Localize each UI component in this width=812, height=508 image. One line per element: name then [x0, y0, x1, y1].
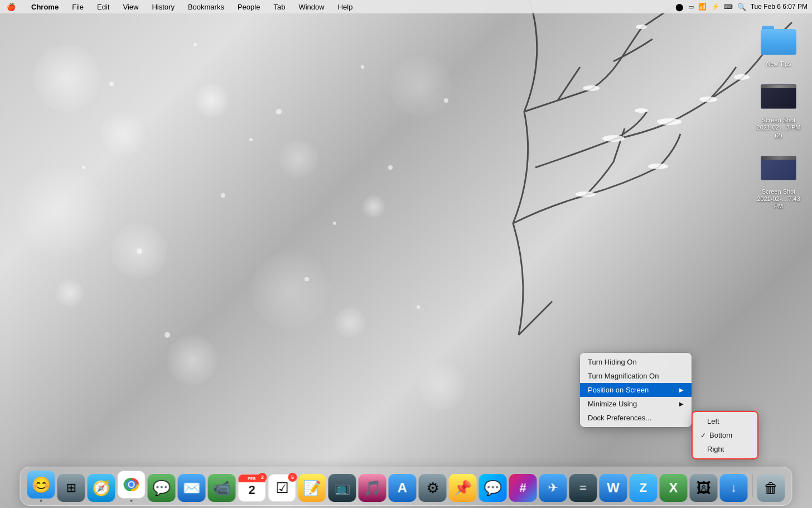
keyboard-icon[interactable]: ⌨ — [724, 3, 733, 11]
desktop-icons: New Tips Screen Shot 2021-02-...3 PM (2)… — [756, 22, 801, 210]
notes-icon: 📝 — [298, 474, 326, 502]
wifi-icon[interactable]: 📶 — [698, 3, 707, 11]
svg-point-4 — [636, 25, 647, 29]
svg-point-25 — [129, 482, 134, 487]
downie-icon: ↓ — [720, 474, 748, 502]
trash-icon: 🗑 — [757, 474, 785, 502]
menubar-right: ⬤ ▭ 📶 ⚡ ⌨ 🔍 Tue Feb 6 6:07 PM — [675, 3, 808, 11]
menu-view[interactable]: View — [120, 3, 141, 11]
folder-icon — [761, 22, 796, 58]
dock-item-mail[interactable]: ✉️ — [178, 474, 206, 502]
dock-item-launchpad[interactable]: ⊞ — [57, 474, 85, 502]
dock-item-calculator[interactable]: = — [569, 474, 597, 502]
dock-item-appstore[interactable]: A — [389, 474, 417, 502]
launchpad-icon: ⊞ — [57, 474, 85, 502]
dock-separator — [752, 475, 753, 497]
dock-item-zoom[interactable]: Z — [630, 474, 658, 502]
calendar-icon: FEB 2 2 — [238, 474, 266, 502]
dock-item-slack[interactable]: # — [509, 474, 537, 502]
menu-history[interactable]: History — [149, 3, 176, 11]
svg-point-22 — [417, 305, 420, 309]
svg-point-15 — [221, 193, 225, 198]
desktop-icon-screenshot2[interactable]: Screen Shot 2021-02-... 7:43 PM — [756, 150, 801, 210]
screenshot2-label: Screen Shot 2021-02-... 7:43 PM — [756, 188, 801, 210]
menu-people[interactable]: People — [235, 3, 262, 11]
dock-item-downie[interactable]: ↓ — [720, 474, 748, 502]
context-menu-turn-magnification[interactable]: Turn Magnification On — [580, 369, 692, 383]
finder-dot — [40, 500, 42, 502]
menubar: 🍎 Chrome File Edit View History Bookmark… — [0, 0, 812, 13]
svg-point-20 — [165, 332, 170, 338]
svg-point-11 — [276, 109, 282, 114]
screen-record-icon[interactable]: ⬤ — [675, 3, 684, 11]
datetime: Tue Feb 6 6:07 PM — [751, 3, 808, 11]
desktop-icon-screenshot1[interactable]: Screen Shot 2021-02-...3 PM (2) — [756, 79, 801, 139]
submenu-left[interactable]: Left — [693, 414, 757, 428]
submenu-right[interactable]: Right — [693, 442, 757, 456]
reminders-badge: 5 — [288, 473, 297, 482]
app-name[interactable]: Chrome — [29, 3, 61, 11]
context-menu-turn-hiding[interactable]: Turn Hiding On — [580, 355, 692, 369]
appletv-icon: 📺 — [328, 474, 356, 502]
dock-item-reminders[interactable]: ☑ 5 — [268, 474, 296, 502]
svg-point-1 — [602, 135, 625, 142]
context-menu-minimize-using[interactable]: Minimize Using ▶ — [580, 397, 692, 411]
menu-window[interactable]: Window — [296, 3, 326, 11]
battery-icon[interactable]: ▭ — [688, 3, 694, 11]
menu-tab[interactable]: Tab — [271, 3, 287, 11]
dock-item-calendar[interactable]: FEB 2 2 — [238, 474, 266, 502]
zoom-icon: Z — [630, 474, 658, 502]
chrome-dot — [130, 500, 133, 502]
new-tips-label: New Tips — [766, 60, 791, 68]
context-menu: Turn Hiding On Turn Magnification On Pos… — [580, 353, 692, 427]
dock-item-airmail[interactable]: ✈ — [539, 474, 567, 502]
menu-help[interactable]: Help — [336, 3, 355, 11]
svg-point-12 — [361, 65, 364, 69]
dock-item-messages[interactable]: 💬 — [148, 474, 176, 502]
dock-item-notes[interactable]: 📝 — [298, 474, 326, 502]
bluetooth-icon[interactable]: ⚡ — [711, 3, 719, 11]
svg-point-0 — [583, 85, 600, 91]
context-menu-dock-preferences[interactable]: Dock Preferences... — [580, 411, 692, 425]
dock-item-excel[interactable]: X — [660, 474, 688, 502]
svg-point-9 — [109, 82, 114, 86]
dock-item-messenger[interactable]: 💬 — [479, 474, 507, 502]
svg-point-18 — [388, 165, 393, 170]
search-icon[interactable]: 🔍 — [737, 3, 746, 11]
dock-item-trash[interactable]: 🗑 — [757, 474, 785, 502]
dock-item-music[interactable]: 🎵 — [359, 474, 386, 502]
submenu-bottom[interactable]: Bottom — [693, 428, 757, 442]
dock-item-stickies[interactable]: 📌 — [449, 474, 477, 502]
dock-item-finder[interactable]: 😊 — [27, 471, 55, 502]
slack-icon: # — [509, 474, 537, 502]
dock-item-chrome[interactable] — [118, 471, 146, 502]
svg-point-3 — [635, 108, 648, 113]
dock-item-preview[interactable]: 🖼 — [690, 474, 718, 502]
desktop-icon-new-tips[interactable]: New Tips — [756, 22, 801, 68]
menu-bookmarks[interactable]: Bookmarks — [186, 3, 226, 11]
apple-menu[interactable]: 🍎 — [4, 3, 18, 11]
svg-point-6 — [734, 74, 750, 80]
dock-item-systemprefs[interactable]: ⚙ — [419, 474, 447, 502]
preview-icon: 🖼 — [690, 474, 718, 502]
dock-item-safari[interactable]: 🧭 — [88, 474, 115, 502]
dock-item-word[interactable]: W — [600, 474, 627, 502]
menu-file[interactable]: File — [70, 3, 86, 11]
svg-point-7 — [576, 191, 596, 197]
svg-point-14 — [82, 166, 85, 169]
music-icon: 🎵 — [359, 474, 386, 502]
menu-edit[interactable]: Edit — [95, 3, 112, 11]
messenger-icon: 💬 — [479, 474, 507, 502]
chrome-icon — [118, 471, 146, 499]
systemprefs-icon: ⚙ — [419, 474, 447, 502]
svg-point-17 — [333, 222, 336, 225]
messages-icon: 💬 — [148, 474, 176, 502]
context-menu-position-on-screen[interactable]: Position on Screen ▶ Left Bottom Right — [580, 383, 692, 397]
mail-icon: ✉️ — [178, 474, 206, 502]
screenshot1-icon — [761, 79, 796, 114]
dock-item-facetime[interactable]: 📹 — [208, 474, 236, 502]
dock-item-appletv[interactable]: 📺 — [328, 474, 356, 502]
dock: 😊 ⊞ 🧭 — [20, 467, 792, 506]
position-chevron: ▶ — [679, 387, 684, 393]
svg-point-8 — [699, 97, 717, 102]
